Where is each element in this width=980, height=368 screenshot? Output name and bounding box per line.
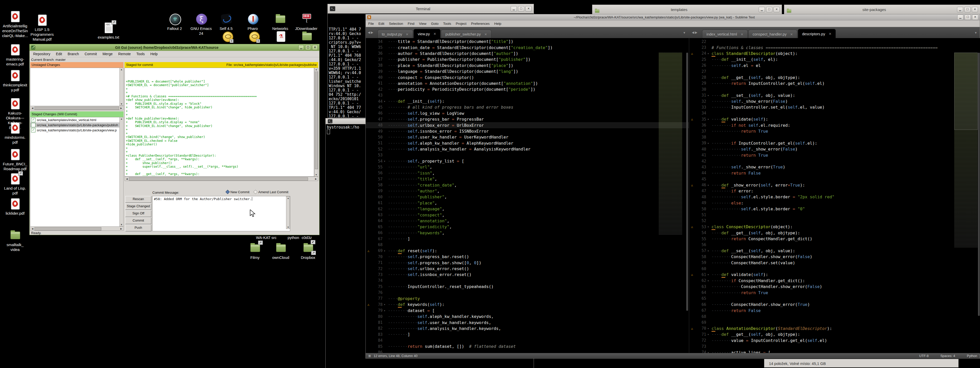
menu-item[interactable]: Branch xyxy=(68,52,79,56)
maximize-button[interactable]: ☐ xyxy=(964,7,970,12)
fold-arrow-icon[interactable]: ▾ xyxy=(708,250,711,252)
menu-item[interactable]: Goto xyxy=(431,22,438,26)
close-button[interactable]: ✕ xyxy=(525,6,531,11)
diff-view[interactable]: +PUBLISHER_EL = document["whole_publishe… xyxy=(124,68,314,177)
tab-close-icon[interactable]: ✕ xyxy=(741,32,743,36)
desktop-icon[interactable] xyxy=(293,30,320,43)
desktop-icon[interactable]: smalltalk_ videa xyxy=(2,229,28,252)
menu-item[interactable]: Selection xyxy=(389,22,403,26)
desktop-icon[interactable]: examples.txt xyxy=(95,22,122,40)
minimize-button[interactable]: ▁ xyxy=(957,7,963,12)
minimize-button[interactable]: ▁ xyxy=(759,7,765,12)
desktop-icon[interactable]: Networks xyxy=(267,13,293,31)
file-status-icon[interactable] xyxy=(31,123,35,127)
git-action-button[interactable]: Stage Changed xyxy=(125,203,151,210)
menu-item[interactable]: Help xyxy=(150,52,158,56)
close-button[interactable]: ✕ xyxy=(972,7,978,12)
maximize-button[interactable]: ☐ xyxy=(305,45,311,50)
desktop-icon[interactable]: Land of Lisp. pdf xyxy=(2,173,28,195)
menu-item[interactable]: Remote xyxy=(118,52,130,56)
tab-close-icon[interactable]: ✕ xyxy=(829,32,832,36)
staged-list[interactable]: ✓ src/wa_kat/templates/index_vertical.ht… xyxy=(30,117,120,227)
fold-arrow-icon[interactable]: ▾ xyxy=(708,118,711,121)
menu-item[interactable]: Tools xyxy=(443,22,451,26)
vertical-scrollbar[interactable] xyxy=(686,53,688,311)
file-status-icon[interactable]: ✓ xyxy=(31,118,35,122)
editor-tab[interactable]: index_vertical.html ✕ xyxy=(702,30,748,38)
desktop-icon[interactable]: Pharo xyxy=(239,13,266,31)
staged-file-row[interactable]: ✓ src/wa_kat/templates/static/js/Lib/sit… xyxy=(30,128,120,133)
close-button[interactable]: ✕ xyxy=(773,7,780,12)
maximize-button[interactable]: ☐ xyxy=(518,6,524,11)
desktop-icon[interactable]: ArtificialIntellig enceOnTheSin clairQL-… xyxy=(2,11,28,38)
new-commit-radio[interactable]: New Commit xyxy=(226,190,249,194)
sitepackages-titlebar[interactable]: site-packages ▁ ☐ ✕ xyxy=(784,5,980,14)
git-gui-titlebar[interactable]: ⎇ Git Gui (source) /home/Dropbox/c0d3z/p… xyxy=(30,44,319,51)
menu-item[interactable]: Project xyxy=(456,22,466,26)
spell-icon[interactable]: ≣ xyxy=(368,354,371,358)
fold-arrow-icon[interactable]: ▾ xyxy=(708,184,711,187)
fold-arrow-icon[interactable]: ▾ xyxy=(384,100,388,103)
minimize-button[interactable]: ▁ xyxy=(298,45,304,50)
staged-file-row[interactable]: ✓ src/wa_kat/templates/index_vertical.ht… xyxy=(30,117,120,122)
templates-titlebar[interactable]: templates ▁ ☐ ✕ xyxy=(592,5,782,14)
desktop-icon[interactable]: ownCloud xyxy=(267,242,294,260)
desktop-icon[interactable]: Fallout 2 xyxy=(161,13,188,31)
desktop-icon[interactable]: GNU Emacs 24 xyxy=(188,13,215,36)
minimap[interactable] xyxy=(659,53,682,235)
desktop-icon[interactable]: thinkcomplexit y.pdf xyxy=(2,70,28,92)
git-action-button[interactable]: Rescan xyxy=(125,196,151,203)
staged-hscrollbar[interactable]: ◀▶ xyxy=(30,226,124,231)
editor-tab[interactable]: conspect_handler.py ✕ xyxy=(748,30,797,38)
tab-scroll-arrows[interactable]: ◀▶ xyxy=(368,30,374,34)
vertical-scrollbar[interactable] xyxy=(978,53,980,316)
staged-file-row[interactable]: src/wa_kat/templates/static/js/Lib/site-… xyxy=(30,122,120,128)
diff-hscrollbar[interactable]: ◀▶ xyxy=(124,177,318,181)
fold-arrow-icon[interactable]: ▾ xyxy=(708,327,711,330)
desktop-icon[interactable]: Future_BNCI_ Roadmap.pdf xyxy=(2,149,28,171)
fold-arrow-icon[interactable]: ▾ xyxy=(384,309,388,312)
diff-vscrollbar[interactable]: ▲▼ xyxy=(314,68,318,177)
status-encoding[interactable]: UTF-8 xyxy=(919,354,929,358)
fold-arrow-icon[interactable]: ▾ xyxy=(384,250,388,252)
menu-item[interactable]: Help xyxy=(494,22,501,26)
menu-item[interactable]: Edit xyxy=(379,22,384,26)
fold-arrow-icon[interactable]: ▾ xyxy=(708,94,711,97)
status-syntax[interactable]: Python xyxy=(967,354,977,358)
menu-item[interactable]: Find xyxy=(408,22,414,26)
sublime-titlebar[interactable]: S ~/Plocha/c0d3z/prace/WA-KAT/source/src… xyxy=(366,14,980,21)
fold-arrow-icon[interactable]: ▾ xyxy=(708,279,711,282)
staged-vscrollbar[interactable]: ▲▼ xyxy=(119,117,124,226)
editor-tab[interactable]: view.py ✕ xyxy=(414,29,441,38)
desktop-icon[interactable]: JDownloader xyxy=(293,13,320,31)
minimap-viewport[interactable] xyxy=(954,53,978,130)
maximize-button[interactable]: ☐ xyxy=(965,14,971,20)
git-action-button[interactable]: Commit xyxy=(125,218,151,224)
fold-arrow-icon[interactable]: ▾ xyxy=(708,226,711,228)
menu-item[interactable]: View xyxy=(419,22,426,26)
commit-message-input[interactable]: #58: Added ORM for the Author/Publisher … xyxy=(152,196,290,231)
unstaged-list[interactable] xyxy=(30,68,120,106)
desktop-icon[interactable]: LISP 1.5 Programmers Manual.pdf xyxy=(29,14,56,42)
editor-tab[interactable]: descriptors.py ✕ xyxy=(798,29,836,38)
fold-arrow-icon[interactable]: ▾ xyxy=(708,333,711,336)
terminal-titlebar[interactable]: >_ Terminal ▁ ☐ ✕ xyxy=(328,4,534,14)
editor-tab[interactable]: to_output.py ✕ xyxy=(377,30,413,38)
tab-scroll-arrows[interactable]: ◀▶ xyxy=(692,30,698,34)
menu-item[interactable]: Repository xyxy=(33,52,50,56)
commit-vscrollbar[interactable]: ▲▼ xyxy=(286,196,290,229)
fold-arrow-icon[interactable]: ▾ xyxy=(384,303,388,306)
desktop-icon[interactable]: mastering- emacs.pdf xyxy=(2,44,28,66)
menu-item[interactable]: Merge xyxy=(103,52,113,56)
fold-arrow-icon[interactable]: ▾ xyxy=(708,273,711,276)
tab-close-icon[interactable]: ✕ xyxy=(790,32,793,36)
tab-close-icon[interactable]: ✕ xyxy=(484,32,487,36)
fold-arrow-icon[interactable]: ▾ xyxy=(708,52,711,55)
minimize-button[interactable]: ▁ xyxy=(957,14,963,20)
desktop-icon[interactable]: Filmy xyxy=(242,242,268,260)
minimap[interactable] xyxy=(954,53,978,247)
close-button[interactable]: ✕ xyxy=(312,45,318,50)
desktop-icon[interactable]: mindstorms. pdf xyxy=(2,122,28,145)
status-indentation[interactable]: Spaces: 4 xyxy=(940,354,955,358)
git-action-button[interactable]: Push xyxy=(125,225,151,231)
